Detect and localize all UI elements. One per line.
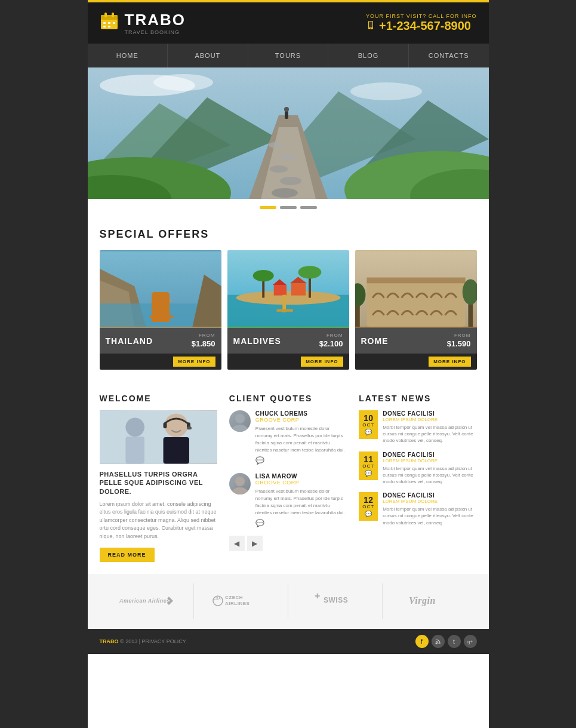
- svg-point-27: [284, 107, 289, 112]
- quote-next-button[interactable]: ▶: [247, 536, 263, 551]
- welcome-col: WELCOME: [100, 394, 217, 562]
- quote-company-0: GROOVE CORP: [255, 417, 347, 423]
- news-text-2: Morbi tempor quam vel massa adipisicn ut…: [383, 506, 476, 526]
- footer-rss-icon[interactable]: [432, 635, 445, 648]
- nav-tours[interactable]: TOURS: [248, 44, 329, 67]
- logo-area: TRABO TRAVEL BOOKING: [100, 11, 186, 35]
- svg-text:CZECH: CZECH: [225, 595, 243, 600]
- hero-banner: [88, 67, 489, 199]
- svg-rect-61: [100, 411, 217, 464]
- contact-number: +1-234-567-8900: [366, 19, 477, 33]
- nav-about[interactable]: ABOUT: [168, 44, 248, 67]
- svg-point-81: [435, 643, 437, 644]
- partner-swiss: + SWISS: [288, 583, 383, 619]
- quotes-title: CLIENT QUOTES: [229, 394, 347, 403]
- nav-home[interactable]: HOME: [88, 44, 168, 67]
- offer-footer-thailand: THAILAND FROM $1.850: [100, 328, 221, 354]
- brand-name: TRABO: [125, 11, 186, 29]
- read-more-button[interactable]: READ MORE: [100, 548, 155, 562]
- quote-comment-icon-0: 💬: [255, 456, 347, 465]
- svg-point-64: [164, 414, 187, 437]
- svg-text:Virgin: Virgin: [409, 595, 436, 606]
- special-offers-section: SPECIAL OFFERS: [88, 216, 489, 382]
- svg-text:SWISS: SWISS: [324, 596, 348, 604]
- special-offers-title: SPECIAL OFFERS: [100, 228, 477, 241]
- news-date-1: 11 OCT 💬: [359, 451, 378, 480]
- news-title: LATEST NEWS: [359, 394, 476, 403]
- svg-rect-56: [366, 278, 465, 284]
- svg-text:American Airlines: American Airlines: [119, 598, 170, 604]
- svg-rect-65: [163, 437, 189, 463]
- welcome-text: Lorem ipsum dolor sit amet, consele adip…: [100, 500, 217, 541]
- news-subtitle-0: LOREM IPSUM DOLORE: [383, 417, 476, 422]
- offer-maldives: MALDIVES FROM $2.100 MORE INFO: [227, 250, 349, 370]
- news-col: LATEST NEWS 10 OCT 💬 DONEC FACILISI LORE…: [359, 394, 476, 562]
- partner-logo-swiss: + SWISS: [312, 592, 359, 611]
- offer-price-maldives: FROM $2.100: [319, 333, 343, 349]
- svg-text:AIRLINES: AIRLINES: [225, 601, 250, 606]
- quote-name-1: LISA MAROW: [255, 473, 347, 480]
- page-wrapper: TRABO TRAVEL BOOKING YOUR FIRST VISIT? C…: [88, 0, 489, 728]
- svg-rect-8: [108, 26, 110, 27]
- quote-avatar-1: [229, 473, 251, 494]
- offer-name-rome: ROME: [361, 336, 389, 346]
- news-content-1: DONEC FACILISI LOREM IPSUM DOLORE Morbi …: [383, 451, 476, 486]
- contact-info: YOUR FIRST VISIT? CALL FOR INFO +1-234-5…: [366, 13, 477, 33]
- nav-contacts[interactable]: CONTACTS: [409, 44, 489, 67]
- nav-blog[interactable]: BLOG: [328, 44, 409, 67]
- svg-rect-2: [104, 13, 107, 17]
- svg-rect-3: [112, 13, 114, 17]
- offer-btn-maldives[interactable]: MORE INFO: [301, 357, 343, 367]
- news-text-0: Morbi tempor quam vel massa adipisicn ut…: [383, 424, 476, 444]
- welcome-image: [100, 410, 217, 464]
- brand-tagline: TRAVEL BOOKING: [125, 29, 186, 35]
- footer-twitter-icon[interactable]: t: [448, 635, 461, 648]
- news-date-2: 12 OCT 💬: [359, 492, 378, 521]
- main-nav: HOME ABOUT TOURS BLOG CONTACTS: [88, 44, 489, 67]
- quote-comment-icon-1: 💬: [255, 519, 347, 527]
- offer-footer-rome: ROME FROM $1.590: [355, 328, 477, 354]
- svg-point-72: [232, 487, 248, 494]
- news-item-2: 12 OCT 💬 DONEC FACILISI LOREM IPSUM DOLO…: [359, 492, 476, 526]
- offer-img-rome: [355, 250, 477, 328]
- quote-avatar-0: [229, 410, 251, 432]
- dot-2[interactable]: [280, 206, 297, 209]
- quote-text-1: Praesent vestibulum molestie dolor nonum…: [255, 488, 347, 517]
- news-title-0: DONEC FACILISI: [383, 410, 476, 417]
- footer-google-icon[interactable]: g+: [464, 635, 477, 648]
- quote-text-0: Praesent vestibulum molestie dolor nonum…: [255, 425, 347, 454]
- news-icon-2: 💬: [365, 511, 372, 517]
- partner-logo-virgin: Virgin: [406, 592, 454, 611]
- svg-rect-26: [285, 110, 288, 119]
- news-content-2: DONEC FACILISI LOREM IPSUM DOLORE Morbi …: [383, 492, 476, 526]
- partner-logo-american: American Airlines: [116, 592, 176, 611]
- svg-rect-38: [161, 295, 163, 308]
- news-item-1: 11 OCT 💬 DONEC FACILISI LOREM IPSUM DOLO…: [359, 451, 476, 486]
- quote-nav: ◀ ▶: [229, 536, 347, 551]
- quote-item-1: LISA MAROW GROOVE CORP Praesent vestibul…: [229, 473, 347, 527]
- svg-text:+: +: [315, 592, 321, 601]
- svg-point-70: [232, 425, 248, 432]
- news-icon-0: 💬: [365, 429, 372, 435]
- footer-facebook-icon[interactable]: f: [415, 635, 429, 648]
- quote-avatar-img-0: [229, 410, 251, 432]
- news-month-1: OCT: [362, 463, 374, 469]
- svg-point-11: [370, 28, 371, 29]
- quote-prev-button[interactable]: ◀: [229, 536, 245, 551]
- offer-btn-thailand[interactable]: MORE INFO: [173, 357, 215, 367]
- footer-brand: TRABO: [100, 638, 119, 644]
- svg-rect-66: [163, 422, 167, 428]
- offer-img-thailand: [100, 250, 221, 328]
- svg-rect-6: [113, 22, 115, 24]
- offer-rome: ROME FROM $1.590 MORE INFO: [355, 250, 477, 370]
- dot-1[interactable]: [260, 206, 276, 209]
- offer-btn-rome[interactable]: MORE INFO: [429, 357, 470, 367]
- footer-left: TRABO © 2013 | PRIVACY POLICY.: [100, 638, 187, 644]
- svg-point-15: [350, 82, 422, 100]
- offer-btn-row-thailand: MORE INFO: [100, 354, 221, 370]
- partner-czech: CSA CZECH AIRLINES: [194, 583, 288, 619]
- svg-rect-7: [103, 26, 106, 27]
- offer-price-rome: FROM $1.590: [447, 333, 471, 349]
- phone-icon: [366, 19, 375, 33]
- dot-3[interactable]: [300, 206, 317, 209]
